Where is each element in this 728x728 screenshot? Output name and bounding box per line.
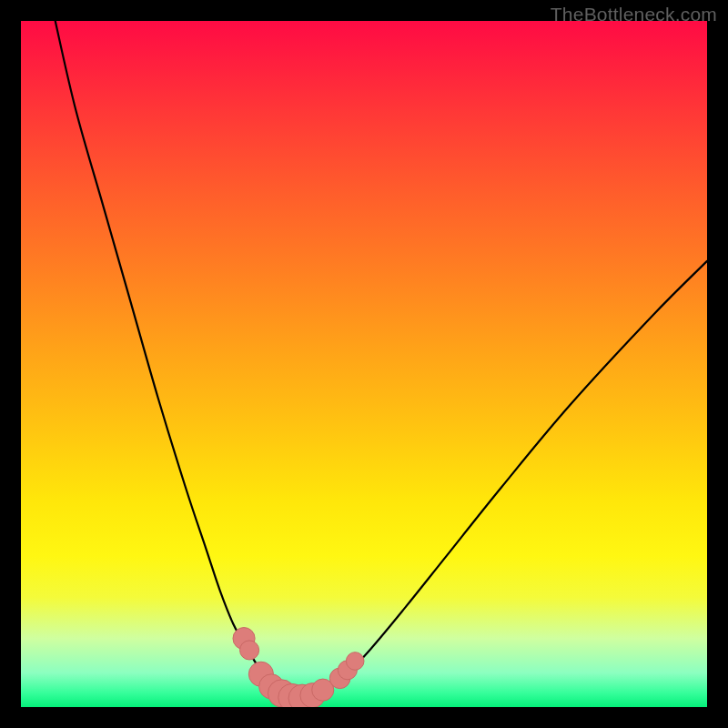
curve-marker [346,652,364,671]
bottleneck-curve [56,21,707,699]
chart-svg [21,21,707,707]
curve-markers [233,628,364,707]
watermark: TheBottleneck.com [551,4,717,25]
plot-area [21,21,707,707]
curve-marker [240,641,259,660]
frame: TheBottleneck.com [0,0,728,728]
